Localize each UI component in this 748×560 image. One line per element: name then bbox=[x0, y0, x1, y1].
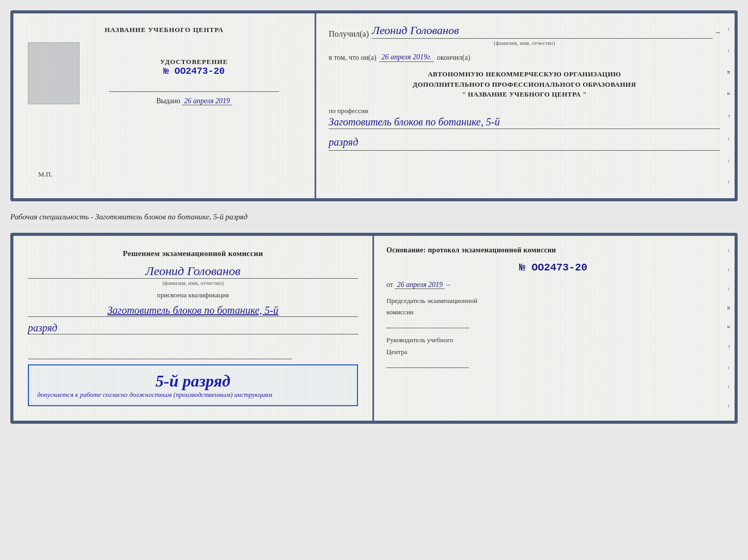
side-char2-6: ← bbox=[726, 344, 733, 350]
cert-number-block: УДОСТОВЕРЕНИЕ № OO2473-20 bbox=[160, 58, 228, 76]
profession-block: по профессии Заготовитель блоков по бота… bbox=[329, 107, 720, 129]
doc1-right: Получил(а) Леонид Голованов – (фамилия, … bbox=[316, 13, 735, 198]
head-label-2: Центра bbox=[386, 347, 720, 357]
side-char-5: ← bbox=[726, 114, 733, 119]
side-char-4: а bbox=[726, 92, 733, 95]
date-line: в том, что он(а) 26 апреля 2019г. окончи… bbox=[329, 53, 720, 62]
qualification-document: Решением экзаменационной комиссии Леонид… bbox=[10, 233, 738, 424]
date-prefix: в том, что он(а) bbox=[329, 54, 376, 62]
from-date-value: 26 апреля 2019 bbox=[395, 281, 444, 289]
org-line2: ДОПОЛНИТЕЛЬНОГО ПРОФЕССИОНАЛЬНОГО ОБРАЗО… bbox=[329, 79, 720, 90]
qual-value: Заготовитель блоков по ботанике, 5-й bbox=[28, 305, 358, 317]
dash-1: – bbox=[716, 27, 720, 39]
highlight-box: 5-й разряд допускается к работе согласно… bbox=[28, 364, 358, 406]
side-char2-1: – bbox=[726, 249, 733, 252]
signature-line-1 bbox=[109, 82, 279, 92]
razryad2-value: разряд bbox=[28, 322, 358, 334]
side-char-1: – bbox=[726, 28, 733, 31]
issued-date-value: 26 апреля 2019 bbox=[182, 97, 231, 105]
razryad-value: разряд bbox=[329, 136, 720, 151]
fio-hint-1: (фамилия, имя, отчество) bbox=[329, 40, 720, 46]
head-label-1: Руководитель учебного bbox=[386, 335, 720, 345]
date-suffix: окончил(а) bbox=[437, 54, 471, 62]
side-deco-2: – – – и а ← – – – bbox=[724, 236, 735, 421]
doc2-person-block: Леонид Голованов (фамилия, имя, отчество… bbox=[28, 264, 358, 286]
head-sig-line bbox=[386, 359, 469, 368]
date-value: 26 апреля 2019г. bbox=[379, 53, 433, 62]
head-block: Руководитель учебного Центра bbox=[386, 335, 720, 367]
cert-num-value: № OO2473-20 bbox=[160, 66, 228, 76]
issued-label: Выдано bbox=[156, 97, 180, 105]
highlight-rank: 5-й разряд bbox=[37, 372, 349, 391]
side-char-6: – bbox=[726, 138, 733, 141]
org-line1: АВТОНОМНУЮ НЕКОММЕРЧЕСКУЮ ОРГАНИЗАЦИЮ bbox=[329, 69, 720, 79]
side-char2-2: – bbox=[726, 268, 733, 271]
protocol-num: № OO2473-20 bbox=[386, 262, 720, 274]
org-block: АВТОНОМНУЮ НЕКОММЕРЧЕСКУЮ ОРГАНИЗАЦИЮ ДО… bbox=[329, 69, 720, 100]
cert-title: УДОСТОВЕРЕНИЕ bbox=[160, 58, 228, 66]
side-char-7: – bbox=[726, 159, 733, 163]
spacer bbox=[28, 340, 358, 344]
photo-placeholder bbox=[28, 42, 80, 104]
recipient-label: Получил(а) bbox=[329, 29, 369, 39]
chairman-sig-line bbox=[386, 319, 469, 328]
issued-date: Выдано 26 апреля 2019 bbox=[156, 97, 232, 105]
recipient-name: Леонид Голованов bbox=[372, 24, 713, 39]
from-dash: – bbox=[446, 281, 450, 289]
chairman-label-2: комиссии bbox=[386, 308, 720, 317]
side-char2-8: – bbox=[726, 386, 733, 389]
certificate-document: НАЗВАНИЕ УЧЕБНОГО ЦЕНТРА УДОСТОВЕРЕНИЕ №… bbox=[10, 10, 738, 201]
side-char2-4: и bbox=[726, 307, 733, 310]
side-char-3: и bbox=[726, 71, 733, 74]
osnov-label: Основание: протокол экзаменационной коми… bbox=[386, 246, 720, 254]
side-char2-3: – bbox=[726, 287, 733, 291]
side-char2-7: – bbox=[726, 366, 733, 370]
assigned-label: присвоена квалификация bbox=[28, 291, 358, 299]
from-label: от bbox=[386, 281, 393, 289]
chairman-block: Председатель экзаменационной комиссии bbox=[386, 296, 720, 328]
doc1-left: НАЗВАНИЕ УЧЕБНОГО ЦЕНТРА УДОСТОВЕРЕНИЕ №… bbox=[13, 13, 316, 198]
org-line3: " НАЗВАНИЕ УЧЕБНОГО ЦЕНТРА " bbox=[329, 89, 720, 100]
mp-label: М.П. bbox=[38, 170, 52, 179]
signature-line-2 bbox=[28, 349, 292, 359]
from-date-block: от 26 апреля 2019 – bbox=[386, 281, 720, 289]
doc2-person-name: Леонид Голованов bbox=[28, 264, 358, 279]
profession-label: по профессии bbox=[329, 107, 720, 115]
decision-text: Решением экзаменационной комиссии bbox=[28, 248, 358, 259]
doc2-left: Решением экзаменационной комиссии Леонид… bbox=[13, 236, 374, 421]
middle-label: Рабочая специальность - Заготовитель бло… bbox=[10, 211, 738, 223]
side-deco-1: – – и а ← – – – bbox=[724, 13, 735, 198]
side-char-8: – bbox=[726, 181, 733, 184]
side-char2-9: – bbox=[726, 405, 733, 408]
doc2-right: Основание: протокол экзаменационной коми… bbox=[374, 236, 735, 421]
recipient-block: Получил(а) Леонид Голованов – (фамилия, … bbox=[329, 24, 720, 46]
chairman-label-1: Председатель экзаменационной bbox=[386, 296, 720, 306]
side-char2-5: а bbox=[726, 326, 733, 328]
profession-value: Заготовитель блоков по ботанике, 5-й bbox=[329, 115, 720, 129]
center-title: НАЗВАНИЕ УЧЕБНОГО ЦЕНТРА bbox=[104, 26, 224, 34]
page-wrapper: НАЗВАНИЕ УЧЕБНОГО ЦЕНТРА УДОСТОВЕРЕНИЕ №… bbox=[10, 10, 738, 424]
doc2-fio-hint: (фамилия, имя, отчество) bbox=[28, 280, 358, 286]
side-char-2: – bbox=[726, 50, 733, 53]
allowed-text: допускается к работе согласно должностны… bbox=[37, 391, 349, 399]
